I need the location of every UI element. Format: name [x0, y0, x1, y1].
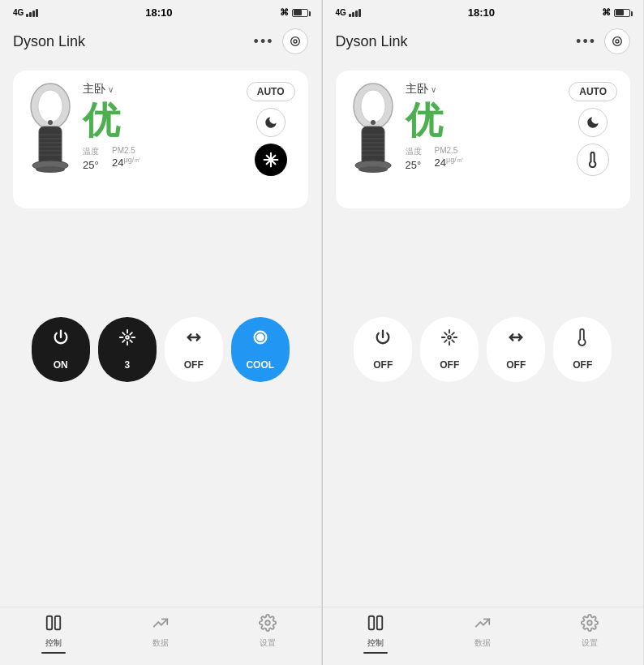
- header-icons: •••: [576, 28, 630, 54]
- svg-point-20: [613, 37, 622, 46]
- nav-item-数据[interactable]: 数据: [136, 614, 185, 654]
- nav-label-数据: 数据: [474, 637, 491, 649]
- spacer: [323, 382, 644, 607]
- card-left: 主卧 ∨ 优 温度 25° PM2.5 24μg/㎥: [349, 82, 464, 178]
- svg-point-37: [587, 620, 592, 625]
- pill-label-3: OFF: [573, 359, 592, 371]
- pill-label-0: OFF: [373, 359, 393, 371]
- pill-label-1: OFF: [440, 359, 459, 371]
- pm25-metric: PM2.5 24μg/㎥: [435, 146, 464, 172]
- status-left: 4G: [336, 8, 361, 17]
- device-card: 主卧 ∨ 优 温度 25° PM2.5 24μg/㎥: [13, 71, 308, 208]
- nav-label-设置: 设置: [260, 637, 276, 649]
- room-chevron-icon: ∨: [431, 85, 436, 94]
- battery-indicator: [292, 9, 308, 17]
- pm-value: 24μg/㎥: [435, 157, 464, 169]
- signal-bars: [26, 9, 38, 17]
- nav-underline: [363, 652, 388, 654]
- svg-point-33: [358, 166, 388, 173]
- nav-icon-设置: [259, 614, 277, 636]
- pill-icon-3: [573, 328, 591, 351]
- app-title: Dyson Link: [336, 33, 408, 50]
- nav-label-设置: 设置: [582, 637, 598, 649]
- room-name[interactable]: 主卧 ∨: [406, 82, 464, 97]
- svg-rect-35: [369, 616, 374, 630]
- pill-icon-0: [374, 328, 392, 351]
- card-controls: AUTO: [569, 82, 617, 176]
- nav-item-控制[interactable]: 控制: [351, 614, 400, 654]
- pill-icon-1: [440, 328, 458, 351]
- phone-panel-left: 4G 18:10 ⌘ Dyson Link •••: [0, 0, 322, 665]
- control-pill-3[interactable]: OFF: [553, 317, 612, 382]
- svg-rect-25: [362, 127, 384, 165]
- bottom-nav: 控制 数据 设置: [0, 607, 321, 665]
- pm-unit: μg/㎥: [446, 156, 464, 164]
- pill-label-1: 3: [124, 359, 130, 371]
- svg-point-4: [48, 120, 53, 125]
- svg-point-0: [290, 37, 299, 46]
- control-pill-3[interactable]: COOL: [231, 317, 290, 382]
- auto-button[interactable]: AUTO: [247, 82, 295, 101]
- metrics: 温度 25° PM2.5 24μg/㎥: [406, 146, 464, 172]
- svg-point-21: [616, 40, 619, 43]
- pill-icon-2: [185, 328, 203, 351]
- scan-button[interactable]: [282, 28, 308, 54]
- device-info: 主卧 ∨ 优 温度 25° PM2.5 24μg/㎥: [83, 82, 141, 178]
- pill-label-2: OFF: [506, 359, 526, 371]
- more-button[interactable]: •••: [576, 34, 596, 49]
- nav-item-设置[interactable]: 设置: [243, 614, 292, 654]
- pill-icon-2: [507, 328, 525, 351]
- control-pill-1[interactable]: 3: [98, 317, 157, 382]
- air-quality-label: 优: [83, 100, 141, 141]
- nav-icon-数据: [152, 614, 170, 636]
- header-icons: •••: [254, 28, 308, 54]
- app-header: Dyson Link •••: [323, 22, 644, 62]
- app-header: Dyson Link •••: [0, 22, 321, 62]
- nav-label-控制: 控制: [45, 637, 62, 649]
- room-name[interactable]: 主卧 ∨: [83, 82, 141, 97]
- pill-label-0: ON: [54, 359, 68, 371]
- pill-label-3: COOL: [246, 359, 274, 371]
- control-pill-2[interactable]: OFF: [165, 317, 223, 382]
- scan-button[interactable]: [604, 28, 630, 54]
- app-title: Dyson Link: [13, 33, 85, 50]
- bottom-controls: OFF OFF OFF OFF: [323, 304, 644, 382]
- device-image-container: [349, 82, 397, 178]
- room-chevron-icon: ∨: [108, 85, 114, 94]
- nav-item-控制[interactable]: 控制: [29, 614, 78, 654]
- pill-icon-1: [118, 328, 136, 351]
- svg-point-3: [38, 90, 62, 122]
- card-controls: AUTO: [247, 82, 295, 176]
- night-mode-button[interactable]: [256, 108, 286, 137]
- nav-item-数据[interactable]: 数据: [458, 614, 507, 654]
- pm-label: PM2.5: [112, 146, 141, 155]
- battery-fill: [294, 10, 302, 15]
- svg-point-24: [371, 120, 376, 125]
- svg-rect-5: [39, 127, 62, 165]
- control-pill-0[interactable]: ON: [32, 317, 90, 382]
- nav-item-设置[interactable]: 设置: [565, 614, 614, 654]
- fan-direction-btn[interactable]: [577, 144, 609, 176]
- device-info: 主卧 ∨ 优 温度 25° PM2.5 24μg/㎥: [406, 82, 464, 178]
- pm25-metric: PM2.5 24μg/㎥: [112, 146, 141, 172]
- control-pill-0[interactable]: OFF: [354, 317, 412, 382]
- status-right: ⌘: [280, 7, 308, 18]
- status-bar: 4G 18:10 ⌘: [0, 0, 321, 22]
- dyson-device-image: [349, 82, 397, 175]
- svg-point-16: [257, 334, 263, 340]
- battery-fill: [616, 10, 624, 15]
- svg-point-19: [265, 620, 270, 625]
- carrier-label: 4G: [13, 8, 24, 17]
- control-pill-2[interactable]: OFF: [487, 317, 545, 382]
- more-button[interactable]: •••: [254, 34, 274, 49]
- svg-point-13: [36, 166, 65, 173]
- night-mode-button[interactable]: [578, 108, 608, 137]
- nav-underline: [41, 652, 66, 654]
- auto-button[interactable]: AUTO: [569, 82, 617, 101]
- control-pill-1[interactable]: OFF: [420, 317, 479, 382]
- fan-direction-btn[interactable]: [255, 144, 287, 176]
- wifi-icon: ⌘: [602, 7, 611, 18]
- nav-icon-控制: [367, 614, 384, 636]
- main-content: 主卧 ∨ 优 温度 25° PM2.5 24μg/㎥: [0, 62, 321, 304]
- pill-icon-0: [52, 328, 70, 351]
